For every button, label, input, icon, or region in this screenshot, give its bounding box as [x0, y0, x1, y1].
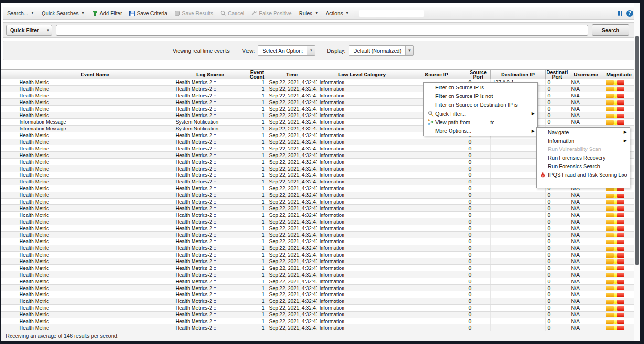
column-header-destination-ip[interactable]: Destination IP: [491, 70, 546, 80]
table-row[interactable]: Health Metric Health Metrics-2 :: 1 Sep …: [1, 238, 634, 245]
cancel-button[interactable]: Cancel: [220, 11, 244, 16]
submenu-item-run-forensics-search[interactable]: Run Forensics Search: [537, 162, 630, 171]
table-row[interactable]: Health Metric Health Metrics-2 :: 1 Sep …: [1, 245, 634, 251]
table-row[interactable]: Health Metric Health Metrics-2 :: 1 Sep …: [1, 318, 634, 324]
search-menu-button[interactable]: Search...▼: [7, 11, 34, 16]
rules-menu-button[interactable]: Rules▼: [299, 11, 319, 16]
submenu-item-run-vulnerability-scan[interactable]: Run Vulnerability Scan: [537, 145, 630, 154]
table-row[interactable]: Health Metric Health Metrics-2 :: 1 Sep …: [1, 251, 634, 258]
quick-filter-input[interactable]: [56, 25, 588, 36]
magnitude-bar: [606, 285, 634, 291]
table-row[interactable]: Health Metric Health Metrics-2 :: 1 Sep …: [1, 304, 634, 311]
source-ip-cell: [407, 311, 466, 318]
table-row[interactable]: Health Metric Health Metrics-2 :: 1 Sep …: [1, 218, 634, 225]
low-level-category-cell: Information: [317, 112, 407, 118]
table-row[interactable]: Health Metric Health Metrics-2 :: 1 Sep …: [1, 79, 634, 86]
time-cell: Sep 22, 2021, 4:32:47 PM: [267, 79, 317, 86]
menu-item-label: Filter on Source IP is: [435, 85, 484, 90]
table-row[interactable]: Health Metric Health Metrics-2 :: 1 Sep …: [1, 271, 634, 278]
column-header-username[interactable]: Username: [569, 70, 603, 80]
column-header-source-port[interactable]: Source Port: [466, 70, 491, 80]
table-row[interactable]: Health Metric Health Metrics-2 :: 1 Sep …: [1, 278, 634, 285]
event-name-cell: Information Message: [17, 125, 173, 132]
event-count-cell: 1: [247, 291, 267, 298]
magnitude-cell: [603, 92, 634, 99]
source-port-cell: 0: [466, 251, 490, 258]
column-header-event-name[interactable]: Event Name: [17, 70, 173, 80]
search-button[interactable]: Search: [592, 24, 629, 36]
event-count-cell: 1: [247, 258, 267, 265]
table-row[interactable]: Health Metric Health Metrics-2 :: 1 Sep …: [1, 311, 634, 318]
event-count-cell: 1: [247, 238, 267, 245]
time-cell: Sep 22, 2021, 4:32:47 PM: [267, 152, 317, 159]
table-row[interactable]: Health Metric Health Metrics-2 :: 1 Sep …: [1, 291, 634, 298]
pause-button[interactable]: [618, 11, 622, 16]
column-header-magnitude[interactable]: Magnitude: [603, 70, 635, 80]
time-cell: Sep 22, 2021, 4:32:47 PM: [267, 172, 317, 178]
menu-item-filter-source-or-destination-ip[interactable]: Filter on Source or Destination IP is: [424, 100, 537, 109]
table-row[interactable]: Health Metric Health Metrics-2 :: 1 Sep …: [1, 192, 634, 198]
table-row[interactable]: Health Metric Health Metrics-2 :: 1 Sep …: [1, 258, 634, 265]
table-row[interactable]: Health Metric Health Metrics-2 :: 1 Sep …: [1, 225, 634, 232]
table-row[interactable]: Health Metric Health Metrics-2 :: 1 Sep …: [1, 231, 634, 238]
column-header-low-level-category[interactable]: Low Level Category: [317, 70, 407, 80]
destination-port-cell: 0: [545, 106, 569, 112]
submenu-item-ipqs-lookup[interactable]: IPQS Fraud and Risk Scoring Lookup: [537, 171, 630, 179]
save-criteria-button[interactable]: Save Criteria: [129, 11, 168, 16]
menu-item-filter-source-ip-is[interactable]: Filter on Source IP is: [424, 83, 537, 92]
column-header-select[interactable]: [1, 70, 17, 80]
column-header-time[interactable]: Time: [267, 70, 317, 80]
submenu-item-run-forensics-recovery[interactable]: Run Forensics Recovery: [537, 153, 630, 162]
menu-item-view-path[interactable]: View path from to: [424, 118, 537, 127]
help-icon[interactable]: ?: [626, 10, 633, 17]
quick-searches-menu-button[interactable]: Quick Searches▼: [42, 11, 85, 16]
source-ip-cell: [407, 251, 466, 258]
table-row[interactable]: Health Metric Health Metrics-2 :: 1 Sep …: [1, 205, 634, 212]
column-header-log-source[interactable]: Log Source: [173, 70, 247, 80]
column-header-source-ip[interactable]: Source IP: [407, 70, 466, 80]
destination-port-cell: 0: [545, 86, 569, 92]
source-port-cell: 0: [466, 285, 490, 291]
table-row[interactable]: Health Metric Health Metrics-2 :: 1 Sep …: [1, 285, 634, 291]
table-row[interactable]: Health Metric Health Metrics-2 :: 1 Sep …: [1, 324, 634, 331]
event-name-cell: Health Metric: [17, 139, 173, 145]
add-filter-button[interactable]: Add Filter: [92, 11, 122, 16]
false-positive-button[interactable]: False Positive: [251, 11, 291, 16]
vertical-scrollbar[interactable]: [634, 3, 640, 341]
submenu-item-navigate[interactable]: Navigate ▶: [537, 128, 630, 137]
username-cell: N/A: [569, 205, 603, 212]
table-row[interactable]: Health Metric Health Metrics-2 :: 1 Sep …: [1, 298, 634, 304]
display-select[interactable]: Default (Normalized) ▼: [349, 45, 414, 56]
status-bar: Receiving an average of 146 results per …: [1, 331, 640, 341]
row-select-cell: [1, 298, 17, 304]
table-row[interactable]: Health Metric Health Metrics-2 :: 1 Sep …: [1, 265, 634, 271]
submenu-item-information[interactable]: Information ▶: [537, 137, 630, 145]
time-cell: Sep 22, 2021, 4:32:47 PM: [267, 198, 317, 205]
save-results-button[interactable]: Save Results: [174, 11, 213, 16]
actions-menu-button[interactable]: Actions▼: [326, 11, 349, 16]
event-count-cell: 1: [247, 218, 267, 225]
table-row[interactable]: Health Metric Health Metrics-2 :: 1 Sep …: [1, 86, 634, 92]
menu-item-filter-source-ip-is-not[interactable]: Filter on Source IP is not: [424, 92, 537, 100]
filter-mode-select[interactable]: Quick Filter ▼: [6, 25, 52, 36]
table-row[interactable]: Health Metric Health Metrics-2 :: 1 Sep …: [1, 198, 634, 205]
menu-item-quick-filter[interactable]: Quick Filter... ▶: [424, 109, 537, 118]
menu-item-more-options[interactable]: More Options... ▶: [424, 127, 537, 135]
table-row[interactable]: Health Metric Health Metrics-2 :: 1 Sep …: [1, 106, 634, 112]
table-row[interactable]: Health Metric Health Metrics-2 :: 1 Sep …: [1, 212, 634, 218]
table-row[interactable]: Information Message System Notification …: [1, 118, 634, 125]
table-row[interactable]: Health Metric Health Metrics-2 :: 1 Sep …: [1, 99, 634, 106]
low-level-category-cell: Information: [317, 92, 407, 99]
scrollbar-thumb[interactable]: [635, 36, 639, 265]
column-header-destination-port[interactable]: Destinati Port: [546, 70, 569, 80]
event-name-cell: Health Metric: [17, 159, 173, 165]
table-row[interactable]: Health Metric Health Metrics-2 :: 1 Sep …: [1, 112, 634, 118]
row-select-cell: [1, 225, 17, 232]
destination-port-cell: 0: [545, 318, 569, 324]
source-port-cell: 0: [466, 198, 490, 205]
view-select[interactable]: Select An Option: ▼: [258, 45, 315, 56]
table-row[interactable]: Health Metric Health Metrics-2 :: 1 Sep …: [1, 92, 634, 99]
source-port-cell: 0: [466, 271, 490, 278]
column-header-event-count[interactable]: Event Count: [247, 70, 267, 80]
log-source-cell: Health Metrics-2 ::: [173, 251, 247, 258]
